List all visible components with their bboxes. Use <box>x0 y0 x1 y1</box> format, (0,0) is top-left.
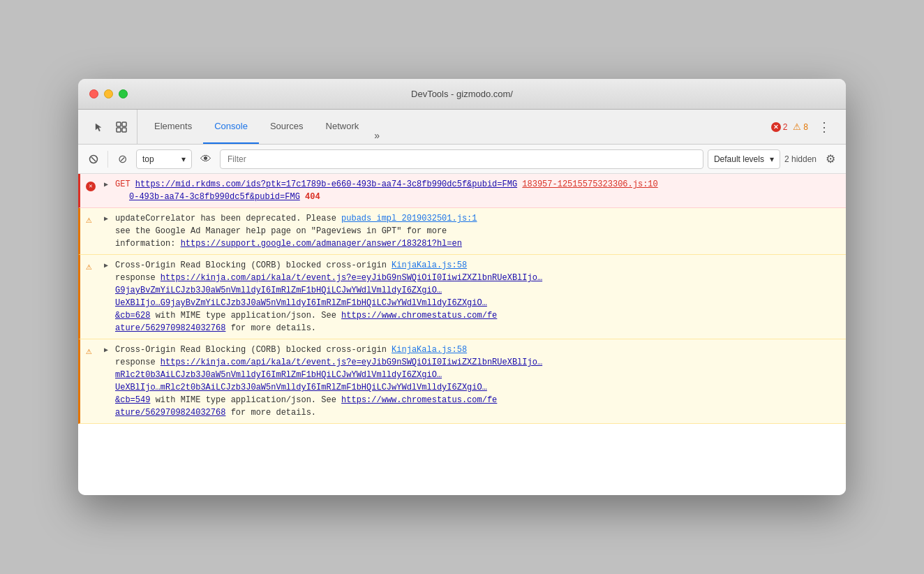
tab-sources[interactable]: Sources <box>259 110 315 144</box>
tab-icons <box>84 110 137 144</box>
warning-text-1a: updateCorrelator has been deprecated. Pl… <box>115 214 341 223</box>
tab-console[interactable]: Console <box>203 110 259 144</box>
error-status: 404 <box>305 192 320 202</box>
titlebar: DevTools - gizmodo.com/ <box>78 79 846 110</box>
warning-text-3d: for more details. <box>231 408 316 418</box>
warning-text-3b: response <box>115 358 161 367</box>
warning-text-2a: Cross-Origin Read Blocking (CORB) blocke… <box>115 260 392 270</box>
devtools-window: DevTools - gizmodo.com/ Elements <box>78 79 846 495</box>
traffic-lights <box>89 89 128 98</box>
error-url[interactable]: https://mid.rkdms.com/ids?ptk=17c1789b-e… <box>135 179 517 189</box>
divider-1 <box>107 151 108 168</box>
warning-text-3c: with MIME type application/json. See <box>156 395 341 405</box>
warning-text-3a: Cross-Origin Read Blocking (CORB) blocke… <box>115 345 392 355</box>
tab-network[interactable]: Network <box>315 110 371 144</box>
error-count: 2 <box>783 122 788 132</box>
warning-url-2c[interactable]: &cb=628 <box>115 311 150 321</box>
console-toolbar: ⊘ top ▾ 👁 Default levels ▾ 2 hidden ⚙ <box>78 145 846 174</box>
x-icon: ✕ <box>86 182 96 191</box>
error-entry-body: GET https://mid.rkdms.com/ids?ptk=17c178… <box>115 178 840 203</box>
settings-button[interactable]: ⚙ <box>821 149 840 169</box>
warning-icon: ⚠ <box>793 122 801 132</box>
svg-rect-0 <box>117 122 121 126</box>
svg-rect-1 <box>122 122 126 126</box>
tabs-right: ✕ 2 ⚠ 8 ⋮ <box>766 119 840 135</box>
warning-source-1[interactable]: pubads_impl_2019032501.js:1 <box>341 214 477 223</box>
context-dropdown-icon: ▾ <box>181 154 186 164</box>
close-button[interactable] <box>89 89 98 98</box>
warning-triangle-icon-1: ⚠ <box>86 213 100 228</box>
error-circle-icon: ✕ <box>86 179 100 193</box>
levels-dropdown-icon: ▾ <box>770 154 774 164</box>
eye-icon[interactable]: 👁 <box>196 149 216 169</box>
warning-entry-body-1: updateCorrelator has been deprecated. Pl… <box>115 212 840 250</box>
more-tabs-button[interactable]: » <box>370 127 384 144</box>
warning-text-1c: information: <box>115 239 181 249</box>
warning-url-2[interactable]: https://kinja.com/api/kala/t/event.js?e=… <box>115 273 542 295</box>
warning-link-1[interactable]: https://support.google.com/admanager/ans… <box>181 239 462 249</box>
warning-url-3b[interactable]: UeXBlIjo…mRlc2t0b3AiLCJzb3J0aW5nVmlldyI6… <box>115 383 487 392</box>
warning-url-3c[interactable]: &cb=549 <box>115 395 150 405</box>
svg-line-5 <box>91 157 96 161</box>
no-entry-button[interactable]: ⊘ <box>112 149 132 169</box>
console-entry-error: ✕ ▶ GET https://mid.rkdms.com/ids?ptk=17… <box>78 174 846 208</box>
warning-text-2d: for more details. <box>231 323 316 333</box>
warning-badge: ⚠ 8 <box>793 122 808 132</box>
warning-entry-body-2: Cross-Origin Read Blocking (CORB) blocke… <box>115 259 840 334</box>
expand-icon-4[interactable]: ▶ <box>104 345 112 355</box>
error-badge: ✕ 2 <box>771 122 788 132</box>
expand-icon-1[interactable]: ▶ <box>104 179 112 190</box>
context-selector[interactable]: top ▾ <box>136 149 192 169</box>
filter-input[interactable] <box>220 149 703 169</box>
more-menu-button[interactable]: ⋮ <box>814 119 835 135</box>
inspect-icon[interactable] <box>112 117 131 137</box>
clear-console-button[interactable] <box>84 149 103 169</box>
warning-url-2b[interactable]: UeXBlIjo…G9jayBvZmYiLCJzb3J0aW5nVmlldyI6… <box>115 298 487 308</box>
cursor-icon[interactable] <box>89 117 109 137</box>
window-title: DevTools - gizmodo.com/ <box>411 89 513 99</box>
expand-icon-2[interactable]: ▶ <box>104 214 112 224</box>
levels-selector[interactable]: Default levels ▾ <box>708 149 780 169</box>
main-tabs: Elements Console Sources Network » <box>137 110 766 144</box>
console-entry-warning-3: ⚠ ▶ Cross-Origin Read Blocking (CORB) bl… <box>78 339 846 424</box>
warning-triangle-icon-3: ⚠ <box>86 344 100 359</box>
error-method: GET <box>115 179 135 189</box>
error-url-2[interactable]: 0-493b-aa74-3c8fb990dc5f&pubid=FMG <box>129 192 300 202</box>
error-source[interactable]: 183957-12515575323306.js:10 <box>522 179 657 189</box>
error-icon: ✕ <box>771 122 781 132</box>
warning-entry-body-3: Cross-Origin Read Blocking (CORB) blocke… <box>115 344 840 419</box>
warning-url-3[interactable]: https://kinja.com/api/kala/t/event.js?e=… <box>115 358 542 380</box>
warning-link-2b[interactable]: ature/5629709824032768 <box>115 323 225 333</box>
warning-source-3[interactable]: KinjaKala.js:58 <box>392 345 467 355</box>
warning-link-3[interactable]: https://www.chromestatus.com/fe <box>341 395 497 405</box>
hidden-count: 2 hidden <box>784 154 817 164</box>
console-entry-warning-1: ⚠ ▶ updateCorrelator has been deprecated… <box>78 208 846 255</box>
tab-elements[interactable]: Elements <box>143 110 203 144</box>
warning-text-2b: response <box>115 273 161 283</box>
tabs-bar: Elements Console Sources Network » ✕ 2 ⚠… <box>78 110 846 145</box>
maximize-button[interactable] <box>119 89 128 98</box>
warning-triangle-icon-2: ⚠ <box>86 260 100 274</box>
warning-link-2[interactable]: https://www.chromestatus.com/fe <box>341 311 497 321</box>
console-entry-warning-2: ⚠ ▶ Cross-Origin Read Blocking (CORB) bl… <box>78 255 846 339</box>
console-area: ✕ ▶ GET https://mid.rkdms.com/ids?ptk=17… <box>78 174 846 495</box>
svg-rect-2 <box>117 128 121 132</box>
warning-source-2[interactable]: KinjaKala.js:58 <box>392 260 467 270</box>
svg-rect-3 <box>122 128 126 132</box>
warning-link-3b[interactable]: ature/5629709824032768 <box>115 408 225 418</box>
warning-text-2c: with MIME type application/json. See <box>156 311 341 321</box>
warning-count: 8 <box>803 122 808 132</box>
warning-text-1b: see the Google Ad Manager help page on "… <box>115 226 447 236</box>
expand-icon-3[interactable]: ▶ <box>104 260 112 271</box>
minimize-button[interactable] <box>104 89 113 98</box>
